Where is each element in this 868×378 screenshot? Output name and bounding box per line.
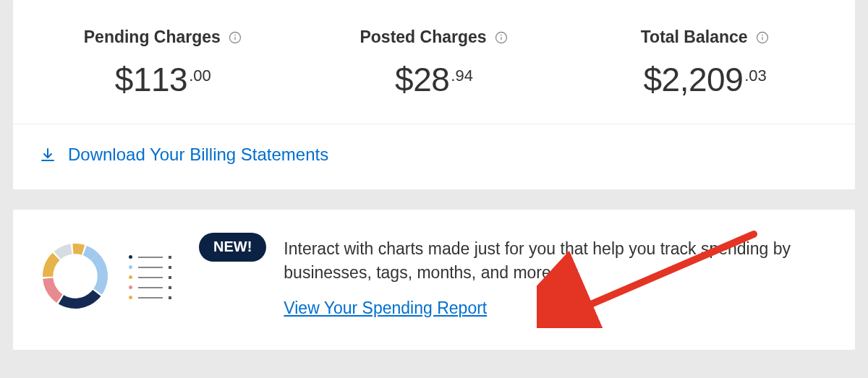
balances-card: Pending Charges $113 .00 Posted Charges — [13, 0, 855, 189]
posted-amount-cents: .94 — [451, 66, 473, 85]
pending-amount-main: $113 — [115, 60, 187, 99]
posted-label-row: Posted Charges — [359, 27, 508, 47]
total-amount-main: $2,209 — [644, 60, 744, 99]
spending-report-promo: NEW! Interact with charts made just for … — [13, 210, 855, 350]
posted-amount-main: $28 — [395, 60, 449, 99]
total-amount: $2,209 .03 — [644, 60, 767, 99]
info-icon[interactable] — [755, 30, 770, 45]
posted-amount: $28 .94 — [395, 60, 473, 99]
pending-amount: $113 .00 — [115, 60, 211, 99]
legend-icon — [129, 255, 171, 299]
svg-point-2 — [234, 34, 236, 35]
pending-label-row: Pending Charges — [84, 27, 242, 47]
pending-amount-cents: .00 — [189, 66, 211, 85]
donut-chart-icon — [39, 240, 111, 315]
promo-description: Interact with charts made just for you t… — [284, 237, 829, 285]
total-label-row: Total Balance — [641, 27, 770, 47]
total-balance-col: Total Balance $2,209 .03 — [569, 27, 841, 99]
download-statements-link[interactable]: Download Your Billing Statements — [68, 145, 328, 165]
pending-label: Pending Charges — [84, 27, 221, 47]
new-badge: NEW! — [199, 233, 266, 262]
promo-visual — [39, 240, 171, 315]
posted-label: Posted Charges — [359, 27, 486, 47]
balances-row: Pending Charges $113 .00 Posted Charges — [13, 0, 855, 124]
svg-point-8 — [762, 34, 763, 35]
download-icon — [39, 146, 56, 163]
svg-point-5 — [501, 34, 502, 35]
view-spending-report-link[interactable]: View Your Spending Report — [284, 298, 487, 317]
posted-charges-col: Posted Charges $28 .94 — [299, 27, 570, 99]
promo-text: Interact with charts made just for you t… — [284, 237, 829, 318]
info-icon[interactable] — [228, 30, 242, 45]
info-icon[interactable] — [494, 30, 509, 45]
total-label: Total Balance — [641, 27, 748, 47]
total-amount-cents: .03 — [744, 66, 767, 85]
download-row: Download Your Billing Statements — [13, 124, 855, 189]
pending-charges-col: Pending Charges $113 .00 — [27, 27, 299, 99]
